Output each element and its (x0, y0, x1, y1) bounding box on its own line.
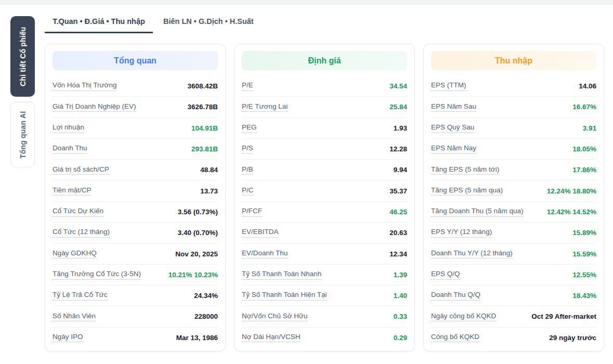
metric-label[interactable]: Tiền mặt/CP (53, 186, 92, 196)
metric-row: EPS Năm Nay18.05% (431, 139, 596, 160)
metric-label[interactable]: Cổ Tức (12 tháng) (53, 228, 110, 238)
metric-row: P/E34.54 (242, 76, 407, 97)
metric-row: EPS Q/Q12.55% (431, 265, 596, 285)
metric-label[interactable]: Ngày IPO (53, 333, 83, 343)
card-overview: Tổng quanVốn Hóa Thị Trường3608.42BGiá T… (45, 44, 226, 352)
metric-value: 0.33 (394, 313, 407, 320)
metric-value: Nov 20, 2025 (175, 250, 218, 258)
metric-row: Doanh Thu Y/Y (12 tháng)15.59% (431, 243, 596, 264)
metric-value: 1.40 (394, 292, 407, 300)
metric-value: 12.28 (389, 145, 407, 153)
metric-value: 3608.42B (187, 82, 218, 90)
metric-label[interactable]: P/B (242, 165, 253, 175)
metric-value: 46.25 (389, 208, 407, 216)
metric-label[interactable]: Số Nhân Viên (53, 312, 96, 322)
metric-label[interactable]: P/FCF (242, 207, 262, 217)
metric-row: Cổ Tức Dự Kiến3.56 (0.73%) (53, 202, 218, 223)
metric-value: 293.81B (191, 145, 218, 153)
metric-label[interactable]: EV/EBITDA (242, 228, 279, 238)
metric-value: 104.91B (191, 124, 218, 132)
metric-label[interactable]: Lợi nhuận (53, 123, 84, 133)
metric-row: Công bố KQKD29 ngày trước (431, 328, 596, 348)
metric-label[interactable]: EPS Năm Sau (431, 102, 476, 112)
metric-row: EPS Y/Y (12 tháng)15.89% (431, 223, 596, 243)
card-body: Vốn Hóa Thị Trường3608.42BGiá Trị Doanh … (45, 76, 225, 348)
metric-label[interactable]: Cổ Tức Dự Kiến (53, 207, 103, 217)
metric-value: 18.43% (572, 292, 596, 300)
metric-label[interactable]: Tỷ Số Thanh Toán Nhanh (242, 270, 321, 280)
metric-row: Nợ/Vốn Chủ Sở Hữu0.33 (242, 306, 407, 327)
metric-row: Vốn Hóa Thị Trường3608.42B (53, 76, 218, 97)
metric-row: Số Nhân Viên228000 (53, 306, 218, 327)
metric-row: EPS Năm Sau16.67% (431, 97, 596, 118)
metric-label[interactable]: EPS Y/Y (12 tháng) (431, 228, 492, 238)
card-title-valuation: Định giá (242, 51, 407, 70)
metric-value: 9.94 (394, 166, 407, 174)
card-income: Thu nhậpEPS (TTM)14.06EPS Năm Sau16.67%E… (423, 44, 604, 352)
metric-row: EPS (TTM)14.06 (431, 76, 596, 97)
metric-row: Tiền mặt/CP13.73 (53, 180, 218, 201)
metric-label[interactable]: EPS Q/Q (431, 270, 460, 280)
tab-overview-valuation-income[interactable]: T.Quan • Đ.Giá • Thu nhập (45, 16, 153, 33)
metric-value: 3.40 (0.70%) (178, 229, 218, 237)
metric-label[interactable]: Tăng Trưởng Cổ Tức (3-5N) (53, 270, 141, 280)
metric-value: 12.24% 18.80% (547, 187, 596, 195)
metric-row: PEG1.93 (242, 118, 407, 139)
metric-row: Cổ Tức (12 tháng)3.40 (0.70%) (53, 223, 218, 243)
metric-row: Lợi nhuận104.91B (53, 118, 218, 139)
tab-margin-trading-performance[interactable]: Biên LN • G.Dịch • H.Suất (153, 16, 266, 33)
metric-value: 17.86% (572, 166, 596, 174)
metric-value: 3.56 (0.73%) (178, 208, 218, 216)
metric-label[interactable]: P/S (242, 144, 253, 154)
metric-label[interactable]: Doanh Thu (53, 144, 87, 154)
metric-label[interactable]: Tỷ Lệ Trả Cổ Tức (53, 291, 108, 301)
metric-label[interactable]: P/C (242, 186, 254, 196)
card-title-income: Thu nhập (431, 51, 596, 70)
metric-value: 34.54 (389, 82, 407, 90)
metric-value: 15.89% (572, 229, 596, 237)
metric-value: 48.84 (200, 166, 218, 174)
metric-row: Nợ Dài Hạn/VCSH0.29 (242, 328, 407, 348)
metric-value: 12.55% (572, 271, 596, 279)
metric-label[interactable]: Công bố KQKD (431, 333, 479, 343)
metric-row: P/B9.94 (242, 160, 407, 180)
cards: Tổng quanVốn Hóa Thị Trường3608.42BGiá T… (45, 44, 604, 352)
metric-label[interactable]: Ngày GDKHQ (53, 249, 97, 259)
metric-label[interactable]: Tăng Doanh Thu (5 năm qua) (431, 207, 524, 217)
metric-label[interactable]: Vốn Hóa Thị Trường (53, 81, 116, 91)
metric-row: Tỷ Lệ Trả Cổ Tức24.34% (53, 285, 218, 306)
metric-value: 35.37 (389, 187, 407, 195)
metric-label[interactable]: Tăng EPS (5 năm tới) (431, 165, 499, 175)
side-tab-stock-detail[interactable]: Chi tiết Cổ phiếu (10, 16, 35, 97)
metric-row: Ngày công bố KQKDOct 29 After-market (431, 306, 596, 327)
metric-label[interactable]: Nợ/Vốn Chủ Sở Hữu (242, 312, 308, 322)
metric-label[interactable]: PEG (242, 123, 257, 133)
metric-label[interactable]: EPS (TTM) (431, 81, 466, 91)
metric-value: 12.34 (389, 250, 407, 258)
metric-label[interactable]: Tăng EPS (5 năm qua) (431, 186, 503, 196)
metric-row: P/FCF46.25 (242, 202, 407, 223)
metric-label[interactable]: Doanh Thu Q/Q (431, 291, 480, 301)
metric-label[interactable]: Tỷ Số Thanh Toán Hiện Tại (242, 291, 327, 301)
metric-value: 0.29 (394, 334, 407, 342)
side-tab-ai-overview[interactable]: Tổng quan AI (10, 102, 35, 167)
metric-row: P/S12.28 (242, 139, 407, 160)
metric-label[interactable]: Doanh Thu Y/Y (12 tháng) (431, 249, 513, 259)
metric-value: 25.84 (389, 103, 407, 111)
metric-label[interactable]: Giá trị sổ sách/CP (53, 165, 109, 175)
metric-row: Giá Trị Doanh Nghiệp (EV)3626.78B (53, 97, 218, 118)
metric-value: 20.63 (389, 229, 407, 237)
metric-label[interactable]: Nợ Dài Hạn/VCSH (242, 333, 300, 343)
metric-value: 10.21% 10.23% (168, 271, 218, 279)
metric-label[interactable]: P/E (242, 81, 253, 91)
metric-label[interactable]: P/E Tương Lai (242, 102, 288, 112)
metric-value: 228000 (194, 313, 218, 320)
metric-row: Doanh Thu293.81B (53, 139, 218, 160)
metric-label[interactable]: EPS Năm Nay (431, 144, 476, 154)
metric-row: Tăng EPS (5 năm qua)12.24% 18.80% (431, 180, 596, 201)
metric-label[interactable]: Ngày công bố KQKD (431, 312, 496, 322)
metric-label[interactable]: EPS Quý Sau (431, 123, 474, 133)
metric-row: Doanh Thu Q/Q18.43% (431, 285, 596, 306)
metric-label[interactable]: EV/Doanh Thu (242, 249, 288, 259)
metric-label[interactable]: Giá Trị Doanh Nghiệp (EV) (53, 102, 136, 112)
